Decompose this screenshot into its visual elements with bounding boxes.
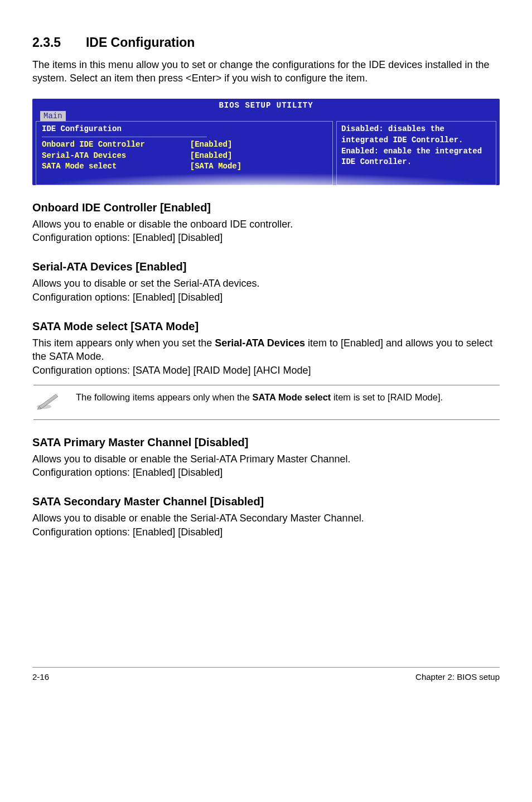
subsection-heading: Onboard IDE Controller [Enabled] <box>32 200 500 215</box>
intro-paragraph: The items in this menu allow you to set … <box>32 58 500 85</box>
section-heading: 2.3.5 IDE Configuration <box>32 33 500 51</box>
bios-row-label: Onboard IDE Controller <box>42 139 190 151</box>
note-text: The following items appears only when th… <box>76 391 497 403</box>
bios-left-heading: IDE Configuration <box>42 124 327 136</box>
page-footer: 2-16 Chapter 2: BIOS setup <box>32 667 500 683</box>
pencil-icon <box>36 391 60 414</box>
bios-row: Serial-ATA Devices [Enabled] <box>42 151 327 162</box>
subsection-heading: SATA Primary Master Channel [Disabled] <box>32 434 500 450</box>
subsection-body: Allows you to disable or enable the Seri… <box>32 452 500 480</box>
subsection-body: Allows you to disable or set the Serial-… <box>32 277 500 304</box>
footer-chapter: Chapter 2: BIOS setup <box>415 671 500 683</box>
subsection-heading: SATA Secondary Master Channel [Disabled] <box>32 494 500 509</box>
bios-screenshot: BIOS SETUP UTILITY Main IDE Configuratio… <box>32 99 500 185</box>
bios-help-panel: Disabled: disables the integrated IDE Co… <box>336 121 496 185</box>
section-number: 2.3.5 <box>32 33 61 51</box>
bios-tab-row: Main <box>32 111 500 121</box>
bios-title: BIOS SETUP UTILITY <box>32 99 500 112</box>
bios-row-label: SATA Mode select <box>42 161 190 172</box>
bios-divider <box>42 137 207 137</box>
bios-row-label: Serial-ATA Devices <box>42 151 190 162</box>
subsection-heading: Serial-ATA Devices [Enabled] <box>32 259 500 274</box>
bios-left-panel: IDE Configuration Onboard IDE Controller… <box>36 121 333 185</box>
bios-row-value: [Enabled] <box>190 151 327 162</box>
subsection-heading: SATA Mode select [SATA Mode] <box>32 318 500 334</box>
bios-row-value: [Enabled] <box>190 139 327 151</box>
bios-row: SATA Mode select [SATA Mode] <box>42 161 327 172</box>
subsection-body: Allows you to enable or disable the onbo… <box>32 218 500 245</box>
bios-row-value: [SATA Mode] <box>190 161 327 172</box>
bios-help-text: Disabled: disables the integrated IDE Co… <box>341 124 491 167</box>
bios-row: Onboard IDE Controller [Enabled] <box>42 139 327 151</box>
section-title: IDE Configuration <box>86 33 195 51</box>
footer-page-number: 2-16 <box>32 671 49 683</box>
note-block: The following items appears only when th… <box>33 385 500 420</box>
subsection-body: This item appears only when you set the … <box>32 336 500 377</box>
bios-tab-main: Main <box>40 111 66 122</box>
subsection-body: Allows you to disable or enable the Seri… <box>32 511 500 539</box>
